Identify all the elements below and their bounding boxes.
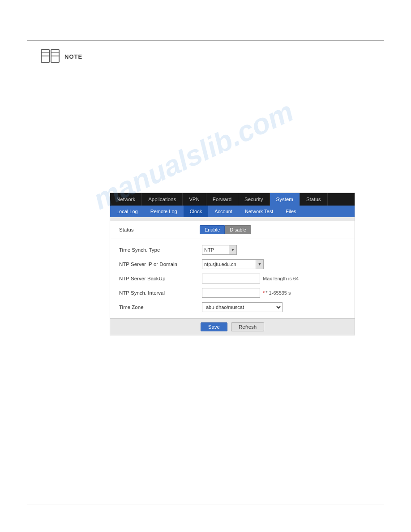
timezone-label: Time Zone — [119, 305, 202, 310]
subtab-clock[interactable]: Clock — [184, 206, 209, 217]
ntp-server-label: NTP Server IP or Domain — [119, 262, 202, 267]
ntp-interval-hint: ** 1-65535 s — [263, 290, 291, 296]
ntp-backup-control: Max length is 64 — [202, 274, 346, 283]
ntp-backup-label: NTP Server BackUp — [119, 276, 202, 281]
form-section: Time Synch. Type ▼ NTP Server IP or Doma… — [110, 239, 355, 318]
nav-tabs: Network Applications VPN Forward Securit… — [110, 193, 355, 206]
refresh-button[interactable]: Refresh — [231, 322, 264, 331]
ntp-domain-wrap: ▼ — [202, 259, 264, 269]
main-panel: Network Applications VPN Forward Securit… — [110, 193, 355, 335]
status-row: Status Enable Disable — [110, 221, 355, 239]
tab-applications[interactable]: Applications — [142, 193, 183, 206]
ntp-type-input[interactable] — [202, 245, 229, 255]
content-area: Status Enable Disable Time Synch. Type ▼ — [110, 221, 355, 335]
bottom-divider — [27, 505, 384, 505]
note-label: NOTE — [64, 53, 82, 60]
ntp-backup-input[interactable] — [202, 274, 260, 283]
timezone-row: Time Zone abu-dhao/muscat — [119, 300, 346, 314]
tab-vpn[interactable]: VPN — [183, 193, 206, 206]
note-book-icon — [40, 48, 60, 64]
subtab-files[interactable]: Files — [279, 206, 302, 217]
time-synch-type-row: Time Synch. Type ▼ — [119, 243, 346, 257]
ntp-server-row: NTP Server IP or Domain ▼ — [119, 257, 346, 271]
save-button[interactable]: Save — [201, 322, 227, 331]
subtab-remote-log[interactable]: Remote Log — [144, 206, 184, 217]
ntp-interval-label: NTP Synch. Interval — [119, 290, 202, 296]
timezone-control: abu-dhao/muscat — [202, 302, 346, 312]
ntp-backup-hint: Max length is 64 — [263, 276, 299, 281]
ntp-interval-input[interactable] — [202, 288, 260, 298]
sub-tabs: Local Log Remote Log Clock Account Netwo… — [110, 206, 355, 217]
ntp-domain-dropdown-arrow[interactable]: ▼ — [256, 259, 264, 269]
ntp-interval-row: NTP Synch. Interval ** 1-65535 s — [119, 286, 346, 300]
top-divider — [27, 40, 384, 41]
time-synch-type-control: ▼ — [202, 245, 346, 255]
tab-system[interactable]: System — [270, 193, 300, 206]
ntp-server-control: ▼ — [202, 259, 346, 269]
subtab-network-test[interactable]: Network Test — [239, 206, 279, 217]
tab-forward[interactable]: Forward — [206, 193, 238, 206]
tab-status[interactable]: Status — [300, 193, 328, 206]
action-bar: Save Refresh — [110, 318, 355, 335]
disable-button[interactable]: Disable — [225, 225, 251, 234]
content-top-bar — [110, 217, 355, 221]
tab-network[interactable]: Network — [110, 193, 142, 206]
ntp-interval-control: ** 1-65535 s — [202, 288, 346, 298]
subtab-account[interactable]: Account — [208, 206, 239, 217]
ntp-backup-row: NTP Server BackUp Max length is 64 — [119, 271, 346, 286]
note-section: NOTE — [40, 48, 82, 64]
status-label: Status — [119, 227, 200, 232]
ntp-type-dropdown-arrow[interactable]: ▼ — [229, 245, 237, 255]
timezone-select[interactable]: abu-dhao/muscat — [202, 302, 283, 312]
subtab-local-log[interactable]: Local Log — [110, 206, 144, 217]
required-star: * — [263, 290, 265, 296]
ntp-type-wrap: ▼ — [202, 245, 237, 255]
enable-button[interactable]: Enable — [200, 225, 225, 234]
tab-security[interactable]: Security — [238, 193, 270, 206]
ntp-domain-input[interactable] — [202, 259, 256, 269]
time-synch-type-label: Time Synch. Type — [119, 247, 202, 253]
status-buttons: Enable Disable — [200, 225, 251, 234]
